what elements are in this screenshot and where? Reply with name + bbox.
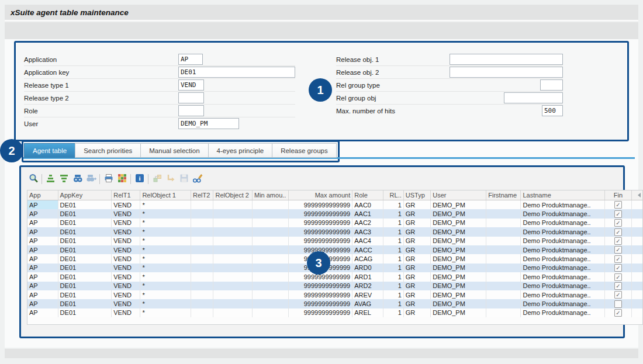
- cell-relt1[interactable]: VEND: [112, 227, 140, 236]
- cell-role[interactable]: ARD0: [352, 264, 383, 272]
- cell-lastname[interactable]: Demo Produktmanage..: [521, 290, 605, 299]
- field-input-release-obj-2[interactable]: [450, 67, 563, 78]
- cell-relt2[interactable]: [191, 308, 213, 317]
- cell-minamt[interactable]: [252, 209, 288, 218]
- cell-appkey[interactable]: DE01: [58, 264, 112, 272]
- table-row[interactable]: APDE01VEND*9999999999999AACC1GRDEMO_PMDe…: [27, 245, 642, 254]
- cell-rl[interactable]: 1: [383, 227, 403, 236]
- transfer-icon[interactable]: [164, 173, 177, 185]
- checked-checkbox[interactable]: ✓: [614, 219, 622, 227]
- detail-magnifier-icon[interactable]: [27, 173, 39, 185]
- cell-fin[interactable]: ✓: [605, 219, 631, 227]
- cell-maxamt[interactable]: 9999999999999: [288, 237, 352, 245]
- column-header-maxamt[interactable]: Max amount: [288, 190, 352, 200]
- cell-ustyp[interactable]: GR: [403, 219, 430, 227]
- cell-relobj1[interactable]: *: [140, 308, 191, 317]
- field-input-role[interactable]: [178, 105, 204, 116]
- cell-relobj2[interactable]: [213, 200, 253, 210]
- cell-minamt[interactable]: [252, 272, 288, 281]
- cell-relobj2[interactable]: [213, 290, 253, 299]
- tab-search-priorities[interactable]: Search priorities: [75, 143, 140, 158]
- field-input-rel-group-obj[interactable]: [504, 92, 563, 103]
- copy-entries-icon[interactable]: [151, 173, 163, 185]
- cell-ustyp[interactable]: GR: [403, 264, 430, 272]
- cell-lastname[interactable]: Demo Produktmanage..: [521, 209, 605, 218]
- cell-rl[interactable]: 1: [383, 290, 403, 299]
- cell-relt1[interactable]: VEND: [112, 254, 140, 263]
- cell-role[interactable]: AAC2: [352, 219, 383, 227]
- field-input-release-type-2[interactable]: [178, 92, 204, 103]
- cell-relobj1[interactable]: *: [140, 299, 191, 308]
- cell-appkey[interactable]: DE01: [58, 245, 112, 254]
- cell-app[interactable]: AP: [27, 272, 58, 281]
- table-row[interactable]: APDE01VEND*9999999999999AREL1GRDEMO_PMDe…: [27, 308, 642, 317]
- cell-relobj2[interactable]: [213, 272, 253, 281]
- table-settings-icon[interactable]: [116, 173, 128, 185]
- cell-appkey[interactable]: DE01: [58, 219, 112, 227]
- cell-relobj1[interactable]: *: [140, 245, 191, 254]
- cell-fin[interactable]: ✓: [605, 237, 631, 245]
- cell-relt1[interactable]: VEND: [112, 272, 140, 281]
- cell-relt1[interactable]: VEND: [112, 264, 140, 272]
- cell-role[interactable]: ARD2: [352, 282, 383, 290]
- cell-role[interactable]: AVAG: [352, 299, 383, 308]
- cell-appkey[interactable]: DE01: [58, 290, 112, 299]
- cell-firstname[interactable]: [486, 290, 521, 299]
- field-input-release-obj-1[interactable]: [450, 54, 563, 65]
- cell-app[interactable]: AP: [27, 245, 58, 254]
- cell-relt1[interactable]: VEND: [112, 209, 140, 218]
- cell-user[interactable]: DEMO_PM: [431, 282, 486, 290]
- cell-fin[interactable]: ✓: [605, 264, 631, 272]
- cell-app[interactable]: AP: [27, 264, 58, 272]
- cell-user[interactable]: DEMO_PM: [431, 209, 486, 218]
- cell-maxamt[interactable]: 9999999999999: [288, 290, 352, 299]
- cell-relobj1[interactable]: *: [140, 219, 191, 227]
- cell-firstname[interactable]: [486, 282, 521, 290]
- column-header-appkey[interactable]: AppKey: [58, 190, 112, 200]
- cell-lastname[interactable]: Demo Produktmanage..: [521, 264, 605, 272]
- cell-ustyp[interactable]: GR: [403, 209, 430, 218]
- cell-relobj2[interactable]: [213, 219, 253, 227]
- cell-rl[interactable]: 1: [383, 299, 403, 308]
- table-row[interactable]: APDE01VEND*9999999999999AAC01GRDEMO_PMDe…: [27, 200, 642, 210]
- cell-firstname[interactable]: [486, 254, 521, 263]
- sort-descending-icon[interactable]: [58, 173, 70, 185]
- cell-relobj1[interactable]: *: [140, 227, 191, 236]
- cell-relt1[interactable]: VEND: [112, 237, 140, 245]
- cell-fin[interactable]: ✓: [605, 254, 631, 263]
- cell-relobj2[interactable]: [213, 254, 253, 263]
- cell-app[interactable]: AP: [27, 209, 58, 218]
- cell-relt1[interactable]: VEND: [112, 219, 140, 227]
- checked-checkbox[interactable]: ✓: [614, 282, 622, 290]
- cell-relt1[interactable]: VEND: [112, 200, 140, 210]
- cell-app[interactable]: AP: [27, 254, 58, 263]
- checked-checkbox[interactable]: ✓: [614, 273, 622, 281]
- cell-user[interactable]: DEMO_PM: [431, 272, 486, 281]
- column-header-rl[interactable]: RL..: [383, 190, 403, 200]
- scroll-left-icon[interactable]: [638, 193, 641, 197]
- table-row[interactable]: APDE01VEND*9999999999999AREV1GRDEMO_PMDe…: [27, 290, 642, 299]
- save-icon[interactable]: [178, 173, 190, 185]
- column-header-role[interactable]: Role: [352, 190, 383, 200]
- cell-app[interactable]: AP: [27, 237, 58, 245]
- table-row[interactable]: APDE01VEND*9999999999999AVAG1GRDEMO_PMDe…: [27, 299, 642, 308]
- print-icon[interactable]: [102, 173, 115, 185]
- cell-lastname[interactable]: Demo Produktmanage..: [521, 219, 605, 227]
- cell-minamt[interactable]: [252, 200, 288, 210]
- cell-minamt[interactable]: [252, 264, 288, 272]
- cell-minamt[interactable]: [252, 254, 288, 263]
- cell-role[interactable]: AREV: [352, 290, 383, 299]
- cell-app[interactable]: AP: [27, 219, 58, 227]
- cell-appkey[interactable]: DE01: [58, 227, 112, 236]
- cell-relt2[interactable]: [191, 200, 213, 210]
- cell-relt2[interactable]: [191, 227, 213, 236]
- cell-fin[interactable]: ✓: [605, 245, 631, 254]
- cell-firstname[interactable]: [486, 245, 521, 254]
- cell-firstname[interactable]: [486, 209, 521, 218]
- cell-user[interactable]: DEMO_PM: [431, 290, 486, 299]
- cell-app[interactable]: AP: [27, 308, 58, 317]
- cell-relobj1[interactable]: *: [140, 282, 191, 290]
- cell-rl[interactable]: 1: [383, 282, 403, 290]
- cell-minamt[interactable]: [252, 290, 288, 299]
- cell-ustyp[interactable]: GR: [403, 227, 430, 236]
